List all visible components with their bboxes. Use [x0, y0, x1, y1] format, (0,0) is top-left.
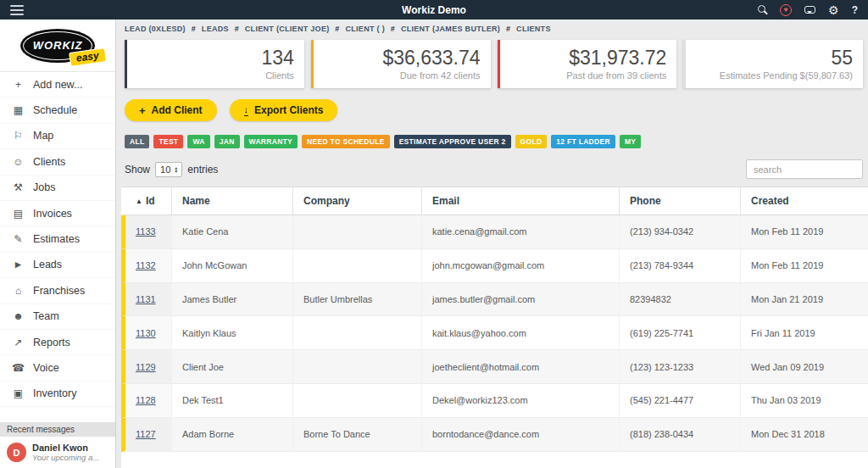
breadcrumb-item[interactable]: CLIENT (JAMES BUTLER): [401, 25, 500, 33]
plus-icon: +: [12, 79, 25, 91]
sidebar-item-label: Clients: [33, 156, 65, 168]
breadcrumb-item[interactable]: CLIENT (CLIENT JOE): [245, 25, 330, 33]
sidebar-item[interactable]: ▤ Invoices: [0, 201, 115, 226]
add-client-button[interactable]: + Add Client: [125, 99, 217, 121]
client-id-link[interactable]: 1131: [136, 294, 156, 304]
breadcrumb-separator: #: [192, 25, 196, 33]
sidebar-item-label: Team: [33, 310, 59, 322]
sidebar-item[interactable]: ⌂ Franchises: [0, 278, 115, 304]
help-icon[interactable]: ?: [852, 4, 858, 16]
filter-tag[interactable]: ALL: [125, 135, 149, 148]
breadcrumb-item[interactable]: LEAD (0XLESD): [125, 25, 186, 33]
search-icon[interactable]: [758, 5, 767, 14]
client-created-cell: Mon Feb 11 2019: [741, 249, 868, 282]
table-row: 1127 Adam Borne Borne To Dance borntodan…: [121, 418, 868, 452]
sidebar-item[interactable]: ☎ Voice: [0, 355, 115, 381]
team-icon: ☻: [12, 310, 25, 322]
menu-icon[interactable]: [10, 5, 24, 15]
client-company-cell: [293, 249, 422, 282]
avatar: D: [7, 443, 26, 462]
sidebar-item-label: Add new...: [33, 79, 82, 91]
sidebar-item[interactable]: + Add new...: [0, 72, 115, 98]
inventory-icon: ▣: [12, 387, 25, 399]
column-header-created[interactable]: Created: [741, 187, 868, 214]
client-id-link[interactable]: 1132: [136, 260, 156, 270]
export-clients-button[interactable]: ↓ Export Clients: [230, 99, 338, 121]
breadcrumb-separator: #: [391, 25, 395, 33]
filter-tag[interactable]: MY: [620, 135, 641, 148]
calendar-icon: ▦: [12, 104, 25, 116]
column-header-phone[interactable]: Phone: [620, 187, 741, 214]
sidebar-item[interactable]: ▣ Inventory: [0, 382, 115, 407]
export-clients-label: Export Clients: [254, 104, 323, 116]
client-phone-cell: (818) 238-0434: [620, 418, 741, 451]
client-email-cell: joetheclient@hotmail.com: [422, 350, 620, 383]
notifications-heart-icon[interactable]: ♥: [780, 4, 792, 16]
sidebar-item[interactable]: ☻ Team: [0, 304, 115, 330]
breadcrumb-item[interactable]: CLIENT ( ): [345, 25, 385, 33]
client-company-cell: [293, 215, 422, 248]
sidebar-item[interactable]: ⚐ Map: [0, 124, 115, 149]
filter-tag[interactable]: JAN: [214, 135, 240, 148]
client-email-cell: borntodance@dance.com: [422, 418, 620, 451]
settings-gear-icon[interactable]: ⚙: [828, 4, 839, 16]
sidebar-item[interactable]: ↗ Reports: [0, 330, 115, 355]
stat-card: 134 Clients: [125, 40, 304, 88]
client-created-cell: Fri Jan 11 2019: [741, 316, 868, 349]
breadcrumb-item[interactable]: CLIENTS: [516, 25, 551, 33]
recent-messages-header: Recent messages: [0, 422, 115, 437]
app-title: Workiz Demo: [0, 4, 868, 16]
breadcrumb-separator: #: [506, 25, 510, 33]
column-header-email[interactable]: Email: [422, 187, 620, 214]
stat-card: $36,633.74 Due from 42 clients: [311, 40, 491, 88]
filter-tag[interactable]: 12 FT LADDER: [551, 135, 615, 148]
table-row: 1132 John McGowan john.mcgowan@gmail.com…: [121, 249, 868, 283]
filter-tag[interactable]: NEED TO SCHEDULE: [302, 135, 390, 148]
sidebar-item[interactable]: ► Leads: [0, 253, 115, 278]
download-icon: ↓: [244, 105, 249, 116]
stat-value: 134: [137, 46, 294, 70]
sidebar-item[interactable]: ⚒ Jobs: [0, 176, 115, 201]
client-id-link[interactable]: 1133: [136, 226, 156, 237]
sidebar-item[interactable]: ✎ Estimates: [0, 226, 115, 252]
client-id-link[interactable]: 1129: [136, 362, 156, 372]
column-header-name[interactable]: Name: [172, 187, 293, 214]
breadcrumb-item[interactable]: LEADS: [202, 25, 229, 33]
client-email-cell: kait.klaus@yahoo.com: [422, 316, 620, 349]
recent-message-item[interactable]: D Daniel Kwon Your upcoming a...: [0, 437, 115, 468]
stat-value: $31,973.72: [510, 46, 667, 70]
table-controls: Show 10 ▴▾ entries: [116, 148, 868, 187]
chat-icon[interactable]: [804, 6, 815, 14]
workiz-logo[interactable]: WORKIZ easy: [0, 20, 115, 72]
search-input[interactable]: [746, 159, 863, 179]
action-buttons: + Add Client ↓ Export Clients: [116, 88, 868, 121]
page-size-select[interactable]: 10 ▴▾: [155, 162, 182, 177]
sidebar-item[interactable]: ☺ Clients: [0, 149, 115, 175]
filter-tag[interactable]: TEST: [153, 135, 183, 148]
sidebar-menu: + Add new... ▦ Schedule ⚐ Map ☺ Clients …: [0, 72, 115, 422]
table-row: 1128 Dek Test1 Dekel@workiz123.com (545)…: [121, 384, 868, 418]
column-header-id[interactable]: ▲ Id: [125, 187, 172, 214]
filter-tag[interactable]: WARRANTY: [244, 135, 298, 148]
table-row: 1129 Client Joe joetheclient@hotmail.com…: [121, 350, 868, 384]
client-id-cell: 1127: [125, 418, 172, 451]
sidebar-item-label: Inventory: [33, 387, 76, 399]
client-name-cell: Adam Borne: [172, 418, 293, 451]
sidebar-item-label: Estimates: [33, 233, 80, 245]
client-id-link[interactable]: 1128: [136, 395, 156, 405]
sidebar-item-label: Voice: [33, 362, 59, 374]
breadcrumb-separator: #: [235, 25, 239, 33]
breadcrumb-group: CLIENT (JAMES BUTLER) #: [401, 25, 516, 33]
table-row: 1133 Katie Cena katie.cena@gmail.com (21…: [121, 215, 868, 249]
filter-tag[interactable]: WA: [187, 135, 209, 148]
logo-brand-text: WORKIZ: [33, 39, 83, 52]
sidebar-item[interactable]: ▦ Schedule: [0, 98, 115, 123]
column-header-company[interactable]: Company: [293, 187, 422, 214]
estimates-icon: ✎: [12, 233, 25, 245]
sidebar-item-label: Schedule: [33, 104, 77, 116]
client-id-link[interactable]: 1127: [136, 429, 156, 439]
filter-tag[interactable]: GOLD: [515, 135, 548, 148]
filter-tag[interactable]: ESTIMATE APPROVE USER 2: [394, 135, 511, 148]
breadcrumb-group: CLIENTS: [516, 25, 558, 33]
client-id-link[interactable]: 1130: [136, 328, 156, 338]
